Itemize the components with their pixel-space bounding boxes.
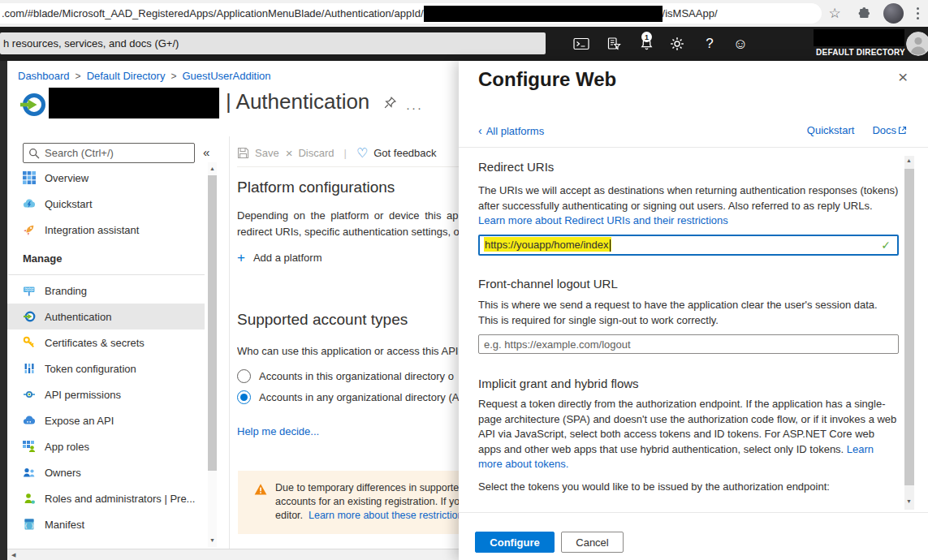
- sidebar-item-expose-an-api[interactable]: Expose an API: [7, 407, 205, 433]
- sidebar-item-label: Overview: [45, 172, 88, 184]
- radio-label: Accounts in any organizational directory…: [259, 391, 459, 403]
- redirect-uris-learn-more-link[interactable]: Learn more about Redirect URIs and their…: [478, 214, 728, 226]
- panel-scrollbar-thumb[interactable]: [904, 169, 914, 485]
- cancel-button[interactable]: Cancel: [561, 532, 624, 553]
- sidebar-item-label: Token configuration: [45, 363, 136, 375]
- docs-link[interactable]: Docs: [872, 124, 896, 136]
- blade-search-box[interactable]: [23, 143, 195, 163]
- overview-icon: [23, 171, 36, 184]
- supported-account-types-heading: Supported account types: [237, 311, 408, 329]
- sidebar-scrollbar-thumb[interactable]: [208, 175, 217, 471]
- radio-single-tenant[interactable]: Accounts in this organizational director…: [237, 369, 459, 383]
- sidebar-item-branding[interactable]: Branding: [7, 278, 205, 304]
- notifications-bell-icon[interactable]: 1: [633, 27, 659, 61]
- breadcrumb-guestuseraddition[interactable]: GuestUserAddition: [182, 70, 270, 82]
- close-icon[interactable]: ×: [898, 67, 908, 87]
- scroll-left-icon[interactable]: ◀: [11, 552, 15, 558]
- cloud-icon: [23, 414, 36, 427]
- warning-learn-more-link[interactable]: Learn more about these restrictions.: [309, 510, 459, 521]
- sidebar-item-owners[interactable]: Owners: [7, 459, 205, 485]
- api-permissions-icon: [23, 388, 36, 401]
- browser-profile-avatar[interactable]: [883, 3, 904, 24]
- url-prefix: .com/#blade/Microsoft_AAD_RegisteredApps…: [2, 7, 424, 19]
- panel-top-links: Quickstart Docs: [807, 124, 907, 136]
- scroll-down-icon[interactable]: ▼: [209, 537, 215, 543]
- radio-unselected-icon[interactable]: [237, 369, 251, 383]
- breadcrumb-separator: >: [76, 71, 81, 82]
- redirect-uri-input[interactable]: https://youapp/home/index ✓: [478, 235, 899, 256]
- quickstart-link[interactable]: Quickstart: [807, 124, 855, 136]
- configure-button[interactable]: Configure: [475, 532, 555, 553]
- radio-selected-icon[interactable]: [237, 390, 251, 404]
- breadcrumb-dashboard[interactable]: Dashboard: [18, 70, 70, 82]
- sidebar-item-label: API permissions: [45, 389, 121, 401]
- add-platform-button[interactable]: + Add a platform: [237, 251, 322, 265]
- scroll-up-icon[interactable]: ▲: [209, 166, 215, 171]
- token-configuration-icon: [23, 362, 36, 375]
- all-platforms-back-link[interactable]: ‹ All platforms: [478, 124, 544, 137]
- search-input[interactable]: [45, 147, 183, 159]
- redirect-uri-value: https://youapp/home/index: [484, 237, 611, 252]
- sidebar-item-quickstart[interactable]: Quickstart: [7, 191, 205, 217]
- breadcrumb-default-directory[interactable]: Default Directory: [87, 70, 166, 82]
- pin-icon[interactable]: [383, 96, 397, 113]
- sidebar-item-label: App roles: [45, 441, 89, 453]
- sidebar-item-label: Owners: [45, 467, 81, 479]
- panel-title: Configure Web: [478, 68, 616, 91]
- logout-url-input[interactable]: [478, 334, 899, 354]
- extensions-puzzle-icon[interactable]: [854, 0, 874, 27]
- sidebar-item-label: Manifest: [45, 519, 84, 531]
- panel-header-divider: [459, 147, 928, 148]
- azure-top-bar: h resources, services, and docs (G+/) 1 …: [0, 27, 928, 61]
- platform-configurations-heading: Platform configurations: [237, 179, 395, 196]
- manifest-icon: { }: [23, 518, 36, 531]
- sidebar-item-integration-assistant[interactable]: Integration assistant: [7, 217, 205, 243]
- sidebar-item-label: Expose an API: [45, 415, 114, 427]
- more-options-icon[interactable]: ···: [406, 101, 423, 114]
- radio-label: Accounts in this organizational director…: [259, 370, 454, 382]
- sidebar-item-overview[interactable]: Overview: [7, 165, 205, 191]
- radio-multitenant[interactable]: Accounts in any organizational directory…: [237, 390, 459, 404]
- owners-icon: [23, 466, 36, 479]
- bookmark-star-icon[interactable]: ☆: [825, 0, 844, 27]
- panel-footer-divider: [459, 512, 928, 513]
- sidebar-item-certificates-secrets[interactable]: Certificates & secrets: [7, 330, 205, 355]
- sidebar-item-label: Certificates & secrets: [45, 337, 145, 349]
- branding-icon: [23, 284, 36, 297]
- sidebar-item-manifest[interactable]: { } Manifest: [7, 511, 205, 537]
- svg-text:{ }: { }: [24, 523, 35, 529]
- help-me-decide-link[interactable]: Help me decide...: [237, 425, 319, 437]
- settings-gear-icon[interactable]: [664, 27, 690, 61]
- global-search-input[interactable]: h resources, services, and docs (G+/): [0, 32, 546, 54]
- sidebar-section-manage: Manage: [23, 252, 62, 265]
- collapsed-portal-sidebar[interactable]: [0, 61, 7, 560]
- cloud-shell-icon[interactable]: [568, 27, 594, 61]
- sidebar-content-divider: [229, 136, 230, 549]
- app-roles-icon: [23, 440, 36, 453]
- redirect-uris-heading: Redirect URIs: [478, 160, 554, 174]
- sidebar-item-authentication[interactable]: Authentication: [7, 304, 205, 330]
- collapse-menu-icon[interactable]: «: [203, 145, 209, 159]
- got-feedback-button[interactable]: ♡ Got feedback: [356, 145, 437, 161]
- address-bar[interactable]: .com/#blade/Microsoft_AAD_RegisteredApps…: [0, 3, 822, 24]
- quickstart-icon: [23, 197, 36, 210]
- panel-scroll-up-icon[interactable]: ▲: [906, 157, 912, 163]
- directory-filter-icon[interactable]: [601, 27, 627, 61]
- redacted-app-name: [49, 88, 219, 118]
- save-icon: [237, 147, 249, 159]
- help-icon[interactable]: ?: [697, 27, 723, 61]
- panel-scroll-down-icon[interactable]: ▼: [906, 498, 912, 504]
- discard-button[interactable]: × Discard: [286, 146, 335, 160]
- implicit-grant-description: Request a token directly from the author…: [478, 397, 899, 472]
- horizontal-scrollbar[interactable]: ◀: [7, 549, 459, 560]
- sidebar-item-roles-administrators[interactable]: Roles and administrators | Pre...: [7, 485, 205, 511]
- browser-menu-icon[interactable]: [909, 0, 926, 27]
- azure-account-avatar[interactable]: [906, 32, 928, 56]
- sidebar-item-app-roles[interactable]: App roles: [7, 433, 205, 459]
- save-button[interactable]: Save: [237, 147, 279, 159]
- rocket-icon: [23, 223, 36, 236]
- sidebar-item-label: Roles and administrators | Pre...: [45, 493, 195, 505]
- feedback-smiley-icon[interactable]: ☺: [727, 27, 753, 61]
- sidebar-item-api-permissions[interactable]: API permissions: [7, 381, 205, 407]
- sidebar-item-token-configuration[interactable]: Token configuration: [7, 355, 205, 381]
